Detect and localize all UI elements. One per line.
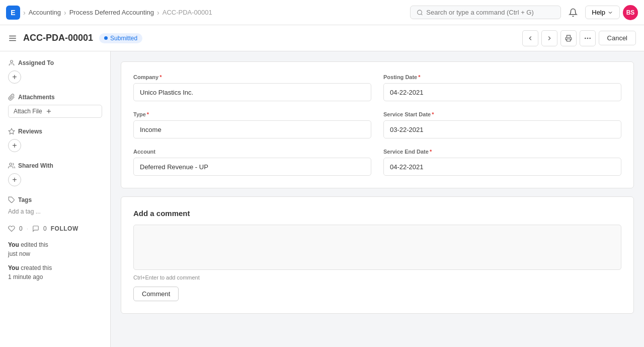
breadcrumb-current: ACC-PDA-00001 bbox=[163, 9, 212, 16]
activity-item-1: You edited this just now bbox=[8, 240, 102, 258]
svg-point-13 bbox=[10, 163, 12, 166]
print-button[interactable] bbox=[560, 30, 577, 46]
account-value[interactable]: Deferred Revenue - UP bbox=[133, 158, 371, 176]
company-required: * bbox=[159, 74, 162, 80]
service-end-date-required: * bbox=[430, 149, 432, 155]
activity-when-1: just now bbox=[8, 250, 30, 257]
next-button[interactable] bbox=[541, 30, 557, 46]
form-card: Company * Unico Plastics Inc. Posting Da… bbox=[121, 61, 634, 188]
activity-item-2: You created this 1 minute ago bbox=[8, 263, 102, 282]
service-end-date-label: Service End Date * bbox=[383, 149, 621, 155]
attach-file-label: Attach File bbox=[14, 108, 42, 115]
assigned-to-header: Assigned To bbox=[8, 59, 102, 66]
app-logo[interactable]: E bbox=[6, 6, 20, 20]
avatar[interactable]: BS bbox=[623, 5, 638, 20]
status-badge: Submitted bbox=[99, 33, 142, 43]
attach-file-button[interactable]: Attach File bbox=[8, 105, 102, 118]
svg-point-7 bbox=[587, 38, 588, 38]
posting-date-required: * bbox=[418, 74, 420, 80]
chevron-right-icon bbox=[546, 35, 553, 42]
assigned-to-label: Assigned To bbox=[18, 59, 54, 66]
posting-date-label: Posting Date * bbox=[383, 74, 621, 80]
shared-with-label: Shared With bbox=[18, 162, 53, 169]
company-field: Company * Unico Plastics Inc. bbox=[133, 74, 371, 101]
chevron-left-icon bbox=[527, 35, 534, 42]
breadcrumb-process-deferred[interactable]: Process Deferred Accounting bbox=[69, 9, 154, 16]
page-header: ACC-PDA-00001 Submitted Cancel bbox=[0, 25, 644, 51]
star-icon bbox=[8, 128, 15, 135]
service-end-date-field: Service End Date * 04-22-2021 bbox=[383, 149, 621, 176]
type-label: Type * bbox=[133, 111, 371, 117]
posting-date-field: Posting Date * 04-22-2021 bbox=[383, 74, 621, 101]
notification-bell[interactable] bbox=[564, 4, 582, 22]
form-row-1: Company * Unico Plastics Inc. Posting Da… bbox=[133, 74, 621, 101]
search-icon bbox=[417, 9, 423, 16]
search-input[interactable] bbox=[426, 9, 554, 16]
comment-icon bbox=[32, 225, 39, 232]
ellipsis-icon bbox=[584, 34, 592, 42]
svg-point-0 bbox=[418, 10, 422, 15]
service-start-date-required: * bbox=[432, 111, 434, 117]
breadcrumb-accounting[interactable]: Accounting bbox=[29, 9, 61, 16]
chevron-down-icon bbox=[607, 10, 613, 16]
attachments-label: Attachments bbox=[18, 94, 55, 101]
svg-line-1 bbox=[421, 14, 422, 15]
likes-count: 0 bbox=[19, 225, 23, 232]
heart-icon bbox=[8, 225, 15, 232]
more-options-button[interactable] bbox=[580, 30, 596, 46]
add-assigned-to-button[interactable]: + bbox=[8, 71, 21, 84]
activity-feed: You edited this just now You created thi… bbox=[8, 240, 102, 282]
assigned-to-section: Assigned To + bbox=[8, 59, 102, 84]
follow-button[interactable]: FOLLOW bbox=[51, 225, 78, 232]
add-review-button[interactable]: + bbox=[8, 139, 21, 152]
svg-point-9 bbox=[11, 60, 13, 63]
svg-marker-12 bbox=[9, 128, 15, 134]
header-actions: Cancel bbox=[522, 30, 636, 46]
company-value[interactable]: Unico Plastics Inc. bbox=[133, 83, 371, 101]
comment-card: Add a comment Ctrl+Enter to add comment … bbox=[121, 196, 634, 314]
posting-date-value[interactable]: 04-22-2021 bbox=[383, 83, 621, 101]
service-start-date-field: Service Start Date * 03-22-2021 bbox=[383, 111, 621, 138]
shared-with-section: Shared With + bbox=[8, 162, 102, 186]
status-dot bbox=[104, 36, 108, 40]
status-label: Submitted bbox=[110, 35, 137, 42]
activity-action-1: edited this bbox=[21, 241, 48, 248]
account-field: Account Deferred Revenue - UP bbox=[133, 149, 371, 176]
print-icon bbox=[565, 35, 572, 42]
add-tag-button[interactable]: Add a tag ... bbox=[8, 208, 41, 215]
hamburger-menu[interactable] bbox=[8, 34, 17, 43]
comments-count: 0 bbox=[43, 225, 47, 232]
comment-button[interactable]: Comment bbox=[133, 287, 179, 301]
attachments-header: Attachments bbox=[8, 94, 102, 101]
activity-who-1: You bbox=[8, 241, 19, 248]
activity-action-2: created this bbox=[21, 264, 52, 271]
add-shared-with-button[interactable]: + bbox=[8, 173, 21, 186]
svg-point-6 bbox=[585, 38, 585, 38]
content-area: Company * Unico Plastics Inc. Posting Da… bbox=[111, 51, 644, 347]
breadcrumb-sep-2: › bbox=[64, 9, 66, 17]
tag-icon bbox=[8, 196, 15, 203]
type-required: * bbox=[147, 111, 149, 117]
tags-header: Tags bbox=[8, 196, 102, 203]
menu-icon bbox=[8, 34, 17, 43]
help-button[interactable]: Help bbox=[585, 6, 620, 19]
help-label: Help bbox=[592, 9, 605, 16]
doc-title: ACC-PDA-00001 bbox=[23, 33, 93, 43]
service-start-date-value[interactable]: 03-22-2021 bbox=[383, 120, 621, 138]
plus-icon bbox=[45, 108, 52, 115]
reviews-label: Reviews bbox=[18, 128, 42, 135]
service-end-date-value[interactable]: 04-22-2021 bbox=[383, 158, 621, 176]
reviews-section: Reviews + bbox=[8, 128, 102, 152]
users-icon bbox=[8, 162, 15, 169]
type-field: Type * Income bbox=[133, 111, 371, 138]
type-value[interactable]: Income bbox=[133, 120, 371, 138]
prev-button[interactable] bbox=[522, 30, 538, 46]
comment-hint: Ctrl+Enter to add comment bbox=[133, 274, 621, 281]
bell-icon bbox=[569, 8, 578, 17]
social-dot: · bbox=[27, 225, 28, 232]
search-bar[interactable] bbox=[410, 6, 561, 19]
cancel-button[interactable]: Cancel bbox=[599, 31, 636, 45]
paperclip-icon bbox=[8, 94, 15, 101]
tags-section: Tags Add a tag ... bbox=[8, 196, 102, 215]
comment-textarea[interactable] bbox=[133, 225, 621, 270]
